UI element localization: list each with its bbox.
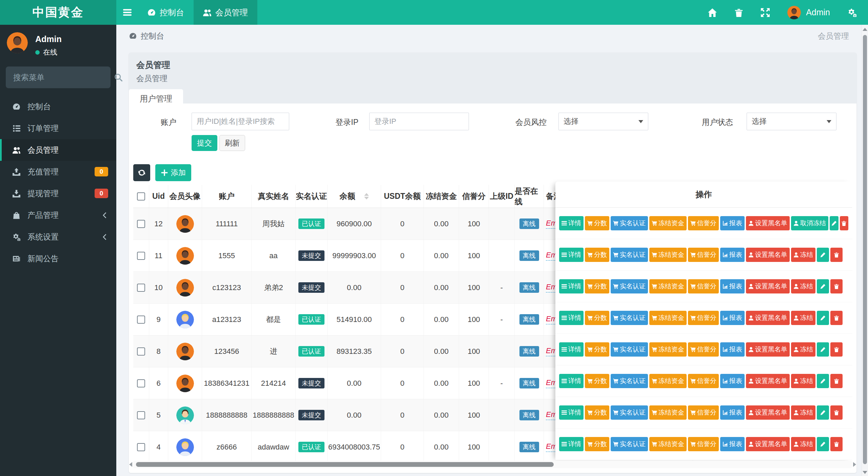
delete-button[interactable] <box>840 216 849 230</box>
score-button[interactable]: 分数 <box>585 405 609 420</box>
member-avatar[interactable] <box>176 438 194 456</box>
blacklist-button[interactable]: 设置黑名单 <box>746 279 790 293</box>
reload-table-button[interactable] <box>133 164 150 181</box>
gears-icon[interactable] <box>848 8 856 17</box>
menu-search-input[interactable] <box>13 73 114 82</box>
account-search-input[interactable] <box>192 113 289 130</box>
sidebar-item-hand-up[interactable]: 充值管理0 <box>0 161 116 183</box>
edit-button[interactable] <box>817 248 829 262</box>
score-button[interactable]: 分数 <box>585 248 609 262</box>
score-button[interactable]: 分数 <box>585 342 609 357</box>
scroll-up-arrow-icon[interactable] <box>863 28 867 31</box>
edit-button[interactable] <box>817 374 829 388</box>
freeze-funds-button[interactable]: 冻结资金 <box>649 248 687 262</box>
detail-button[interactable]: 详情 <box>559 311 584 325</box>
freeze-funds-button[interactable]: 冻结资金 <box>649 405 687 420</box>
sidebar-item-news[interactable]: 新闻公告 <box>0 248 116 269</box>
delete-button[interactable] <box>830 279 843 293</box>
detail-button[interactable]: 详情 <box>559 374 584 388</box>
blacklist-button[interactable]: 设置黑名单 <box>746 374 790 388</box>
edit-button[interactable] <box>817 342 829 357</box>
risk-select[interactable]: 选择 <box>558 113 648 130</box>
nav-tab-members[interactable]: 会员管理 <box>194 0 257 25</box>
freeze-funds-button[interactable]: 冻结资金 <box>649 216 687 230</box>
blacklist-button[interactable]: 设置黑名单 <box>746 216 790 230</box>
nav-tab-console[interactable]: 控制台 <box>138 0 194 25</box>
edit-button[interactable] <box>817 437 829 451</box>
member-avatar[interactable] <box>176 215 194 233</box>
sidebar-item-list-ol[interactable]: 订单管理 <box>0 117 116 139</box>
detail-button[interactable]: 详情 <box>559 342 584 357</box>
row-checkbox[interactable] <box>137 316 145 324</box>
freeze-funds-button[interactable]: 冻结资金 <box>649 279 687 293</box>
row-checkbox[interactable] <box>137 379 145 387</box>
select-all-checkbox[interactable] <box>137 192 145 201</box>
report-button[interactable]: 报表 <box>720 216 745 230</box>
refresh-button[interactable]: 刷新 <box>219 135 245 151</box>
blacklist-button[interactable]: 设置黑名单 <box>746 437 790 451</box>
report-button[interactable]: 报表 <box>720 405 745 420</box>
realname-button[interactable]: 实名认证 <box>611 248 648 262</box>
report-button[interactable]: 报表 <box>720 342 745 357</box>
credit-score-button[interactable]: 信誉分 <box>688 437 719 451</box>
member-avatar[interactable] <box>176 375 194 392</box>
sidebar-item-users[interactable]: 会员管理 <box>0 139 116 161</box>
delete-button[interactable] <box>830 405 843 420</box>
member-avatar[interactable] <box>176 406 194 424</box>
member-avatar[interactable] <box>176 343 194 360</box>
member-avatar[interactable] <box>176 311 194 328</box>
realname-button[interactable]: 实名认证 <box>611 374 648 388</box>
freeze-funds-button[interactable]: 冻结资金 <box>649 437 687 451</box>
add-member-button[interactable]: 添加 <box>155 164 191 181</box>
freeze-funds-button[interactable]: 冻结资金 <box>649 342 687 357</box>
horizontal-scrollbar-thumb[interactable] <box>136 462 554 467</box>
user-status-select[interactable]: 选择 <box>747 113 836 130</box>
row-checkbox[interactable] <box>137 411 145 419</box>
blacklist-button[interactable]: 设置黑名单 <box>746 405 790 420</box>
freeze-button[interactable]: 冻结 <box>791 311 815 325</box>
freeze-button[interactable]: 冻结 <box>791 437 815 451</box>
row-checkbox[interactable] <box>137 443 145 451</box>
credit-score-button[interactable]: 信誉分 <box>688 374 719 388</box>
edit-button[interactable] <box>817 405 829 420</box>
scroll-right-arrow-icon[interactable] <box>853 462 856 467</box>
detail-button[interactable]: 详情 <box>559 437 584 451</box>
submit-button[interactable]: 提交 <box>192 135 217 151</box>
blacklist-button[interactable]: 设置黑名单 <box>746 311 790 325</box>
report-button[interactable]: 报表 <box>720 248 745 262</box>
home-icon[interactable] <box>708 8 717 17</box>
delete-button[interactable] <box>830 342 843 357</box>
credit-score-button[interactable]: 信誉分 <box>688 342 719 357</box>
sidebar-item-dashboard[interactable]: 控制台 <box>0 96 116 117</box>
horizontal-scrollbar[interactable] <box>133 461 852 468</box>
row-checkbox[interactable] <box>137 220 145 228</box>
credit-score-button[interactable]: 信誉分 <box>688 311 719 325</box>
realname-button[interactable]: 实名认证 <box>611 342 648 357</box>
detail-button[interactable]: 详情 <box>559 279 584 293</box>
delete-button[interactable] <box>830 437 843 451</box>
freeze-funds-button[interactable]: 冻结资金 <box>649 311 687 325</box>
blacklist-button[interactable]: 设置黑名单 <box>746 248 790 262</box>
report-button[interactable]: 报表 <box>720 279 745 293</box>
sidebar-item-gears[interactable]: 系统设置 <box>0 226 116 248</box>
credit-score-button[interactable]: 信誉分 <box>688 405 719 420</box>
detail-button[interactable]: 详情 <box>559 216 584 230</box>
realname-button[interactable]: 实名认证 <box>611 405 648 420</box>
score-button[interactable]: 分数 <box>585 216 609 230</box>
freeze-button[interactable]: 冻结 <box>791 248 815 262</box>
member-avatar[interactable] <box>176 279 194 297</box>
row-checkbox[interactable] <box>137 347 145 356</box>
edit-button[interactable] <box>817 279 829 293</box>
sidebar-toggle-button[interactable] <box>116 0 138 25</box>
delete-button[interactable] <box>830 248 843 262</box>
score-button[interactable]: 分数 <box>585 374 609 388</box>
expand-icon[interactable] <box>761 8 770 17</box>
login-ip-input[interactable] <box>369 113 469 130</box>
unfreeze-button[interactable]: 取消冻结 <box>791 216 828 230</box>
detail-button[interactable]: 详情 <box>559 405 584 420</box>
edit-button[interactable] <box>830 216 839 230</box>
credit-score-button[interactable]: 信誉分 <box>688 216 719 230</box>
member-avatar[interactable] <box>176 247 194 265</box>
freeze-button[interactable]: 冻结 <box>791 342 815 357</box>
scroll-left-arrow-icon[interactable] <box>129 462 132 467</box>
